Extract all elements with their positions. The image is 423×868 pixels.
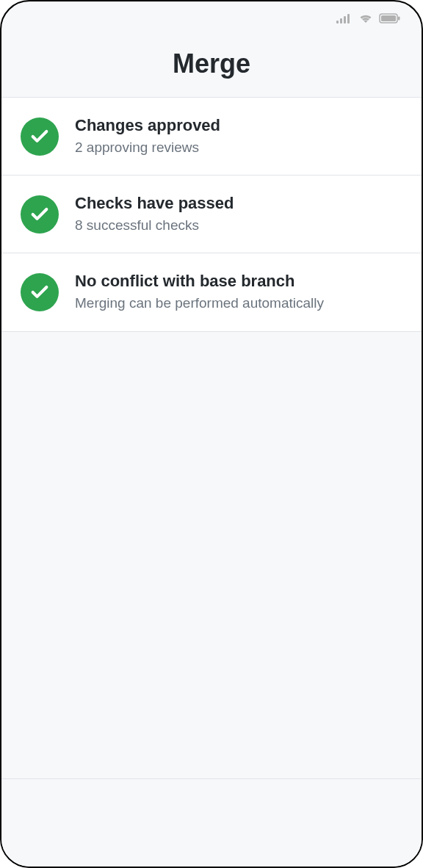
- svg-rect-6: [398, 17, 400, 21]
- svg-rect-3: [347, 14, 350, 23]
- bottom-toolbar: [1, 778, 422, 867]
- status-subtitle: 2 approving reviews: [75, 138, 220, 158]
- status-subtitle: 8 successful checks: [75, 216, 234, 236]
- status-item-no-conflict[interactable]: No conflict with base branch Merging can…: [1, 253, 422, 331]
- svg-rect-0: [336, 21, 339, 23]
- status-icons: [336, 13, 401, 26]
- cellular-signal-icon: [336, 13, 352, 26]
- status-text: No conflict with base branch Merging can…: [75, 271, 324, 313]
- battery-icon: [379, 13, 401, 26]
- status-item-changes-approved[interactable]: Changes approved 2 approving reviews: [1, 98, 422, 176]
- svg-rect-5: [381, 15, 396, 21]
- status-title: No conflict with base branch: [75, 271, 324, 292]
- wifi-icon: [358, 13, 373, 26]
- status-title: Changes approved: [75, 115, 220, 137]
- content-spacer: [1, 332, 422, 778]
- status-bar: [1, 1, 422, 32]
- svg-rect-2: [344, 16, 346, 23]
- content-area: Changes approved 2 approving reviews Che…: [1, 97, 422, 867]
- page-header: Merge: [1, 32, 422, 97]
- status-text: Changes approved 2 approving reviews: [75, 115, 220, 157]
- check-success-icon: [21, 117, 59, 156]
- status-subtitle: Merging can be performed automatically: [75, 294, 324, 314]
- check-success-icon: [21, 273, 59, 311]
- device-frame: Merge Changes approved 2 approving revie…: [0, 0, 423, 868]
- status-title: Checks have passed: [75, 193, 234, 214]
- merge-status-list: Changes approved 2 approving reviews Che…: [1, 97, 422, 332]
- page-title: Merge: [1, 48, 422, 79]
- status-text: Checks have passed 8 successful checks: [75, 193, 234, 235]
- status-item-checks-passed[interactable]: Checks have passed 8 successful checks: [1, 176, 422, 253]
- check-success-icon: [21, 195, 59, 234]
- svg-rect-1: [340, 18, 342, 23]
